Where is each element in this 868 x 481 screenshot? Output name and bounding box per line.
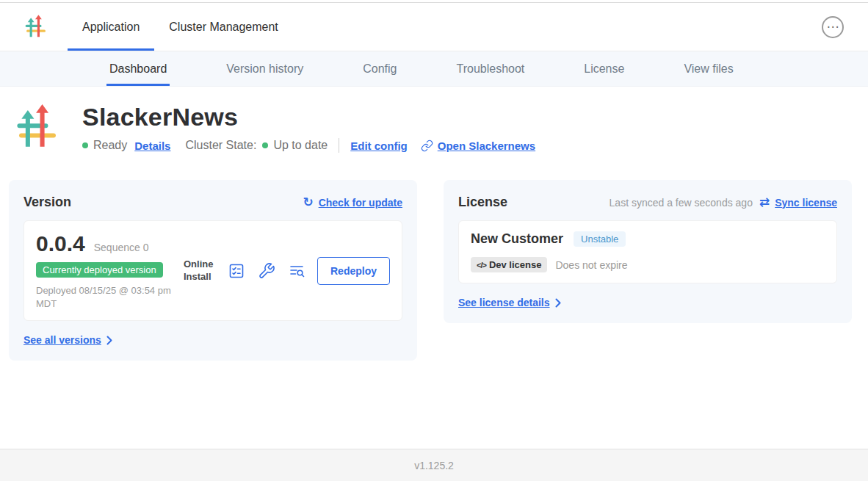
subnav-label-license: License: [584, 62, 624, 76]
version-number-row: 0.0.4 Sequence 0: [36, 231, 179, 256]
dashboard-cards: Version ↻ Check for update 0.0.4 Sequenc…: [0, 153, 868, 361]
refresh-icon: ↻: [303, 196, 313, 209]
app-status-row: Ready Details Cluster State: Up to date …: [82, 138, 535, 153]
see-license-details-link[interactable]: See license details: [458, 297, 561, 308]
status-details-link[interactable]: Details: [134, 140, 170, 152]
tab-application-label: Application: [82, 21, 140, 34]
release-notes-icon-button[interactable]: [227, 261, 246, 281]
logs-icon-button[interactable]: [287, 261, 306, 281]
footer: v1.125.2: [0, 449, 868, 481]
app-icon: [16, 103, 59, 153]
license-card-title: License: [458, 195, 507, 210]
check-for-update-link[interactable]: ↻ Check for update: [303, 196, 402, 209]
version-actions: Online Install: [184, 257, 390, 285]
redeploy-button[interactable]: Redeploy: [317, 257, 390, 285]
license-type-row: </> Dev license Does not expire: [471, 257, 825, 272]
last-synced-text: Last synced a few seconds ago: [610, 197, 753, 209]
app-status-text: Ready: [93, 139, 127, 152]
cluster-state-value: Up to date: [273, 139, 328, 152]
subnav-item-version-history[interactable]: Version history: [223, 51, 306, 86]
subnav-label-config: Config: [363, 62, 397, 76]
check-for-update-label: Check for update: [319, 197, 402, 209]
app-title: SlackerNews: [82, 103, 535, 131]
subnav-label-dashboard: Dashboard: [109, 62, 167, 76]
tab-cluster-management[interactable]: Cluster Management: [154, 3, 293, 51]
version-card-header: Version ↻ Check for update: [23, 195, 402, 210]
chevron-right-icon: [106, 336, 112, 345]
subnav-item-troubleshoot[interactable]: Troubleshoot: [453, 51, 527, 86]
license-card: License Last synced a few seconds ago ⇄ …: [444, 180, 852, 323]
version-card-title: Version: [23, 195, 71, 210]
slackernews-logo-icon: [25, 15, 47, 39]
see-license-details-label: See license details: [458, 297, 550, 308]
wrench-icon: [258, 262, 275, 280]
slackernews-app-logo-icon: [16, 104, 59, 151]
open-app-label: Open Slackernews: [438, 140, 535, 152]
license-expiry-text: Does not expire: [555, 259, 627, 271]
currently-deployed-badge: Currently deployed version: [36, 262, 163, 278]
subnav-item-license[interactable]: License: [581, 51, 627, 86]
sync-license-label: Sync license: [775, 197, 837, 209]
tab-application[interactable]: Application: [68, 3, 154, 51]
see-all-versions-label: See all versions: [23, 334, 101, 346]
topnav-tabs: Application Cluster Management: [68, 3, 293, 51]
cluster-state-dot: [262, 142, 268, 148]
channel-badge: Unstable: [574, 231, 626, 247]
checklist-icon: [228, 262, 245, 280]
app-subnav: Dashboard Version history Config Trouble…: [0, 51, 868, 87]
edit-config-label: Edit config: [350, 140, 408, 152]
ready-status-dot: [82, 142, 88, 148]
deployed-timestamp: Deployed 08/15/25 @ 03:54 pm MDT: [36, 284, 179, 310]
ellipsis-icon: ⋯: [827, 21, 839, 33]
footer-version: v1.125.2: [414, 460, 454, 471]
license-details-card: New Customer Unstable </> Dev license Do…: [458, 220, 837, 283]
subnav-label-view-files: View files: [684, 62, 733, 76]
sync-icon: ⇄: [759, 196, 770, 209]
current-version-info: 0.0.4 Sequence 0 Currently deployed vers…: [36, 231, 179, 310]
subnav-item-dashboard[interactable]: Dashboard: [106, 51, 170, 86]
open-app-link[interactable]: Open Slackernews: [421, 140, 535, 152]
version-card: Version ↻ Check for update 0.0.4 Sequenc…: [9, 180, 417, 361]
sync-license-link[interactable]: ⇄ Sync license: [759, 196, 837, 209]
cluster-state-label: Cluster State:: [185, 139, 256, 152]
config-icon-button[interactable]: [257, 261, 276, 281]
dev-license-badge: </> Dev license: [471, 257, 547, 272]
overflow-menu-button[interactable]: ⋯: [822, 16, 844, 38]
app-header-text: SlackerNews Ready Details Cluster State:…: [82, 103, 535, 153]
edit-config-link[interactable]: Edit config: [350, 140, 408, 152]
license-card-header: License Last synced a few seconds ago ⇄ …: [458, 195, 837, 210]
dev-license-label: Dev license: [489, 259, 542, 270]
version-number: 0.0.4: [36, 231, 85, 256]
tab-cluster-management-label: Cluster Management: [169, 21, 278, 34]
current-version-card: 0.0.4 Sequence 0 Currently deployed vers…: [23, 220, 402, 321]
see-all-versions-link[interactable]: See all versions: [23, 334, 112, 346]
subnav-item-view-files[interactable]: View files: [681, 51, 736, 86]
subnav-label-version-history: Version history: [226, 62, 303, 76]
license-customer-row: New Customer Unstable: [471, 231, 825, 247]
code-icon: </>: [477, 261, 486, 270]
top-navbar: Application Cluster Management ⋯: [0, 3, 868, 51]
install-type-label: Online Install: [184, 258, 216, 283]
file-search-icon: [288, 262, 305, 280]
license-sync-meta: Last synced a few seconds ago ⇄ Sync lic…: [610, 196, 837, 209]
navbar-logo[interactable]: [25, 3, 47, 51]
chevron-right-icon: [555, 298, 561, 308]
open-link-icon: [421, 140, 433, 152]
main-content: SlackerNews Ready Details Cluster State:…: [0, 87, 868, 449]
app-header: SlackerNews Ready Details Cluster State:…: [0, 87, 868, 153]
subnav-item-config[interactable]: Config: [360, 51, 399, 86]
customer-name: New Customer: [471, 231, 563, 247]
sequence-label: Sequence 0: [94, 242, 149, 253]
status-divider: [339, 138, 339, 153]
subnav-label-troubleshoot: Troubleshoot: [456, 62, 524, 76]
